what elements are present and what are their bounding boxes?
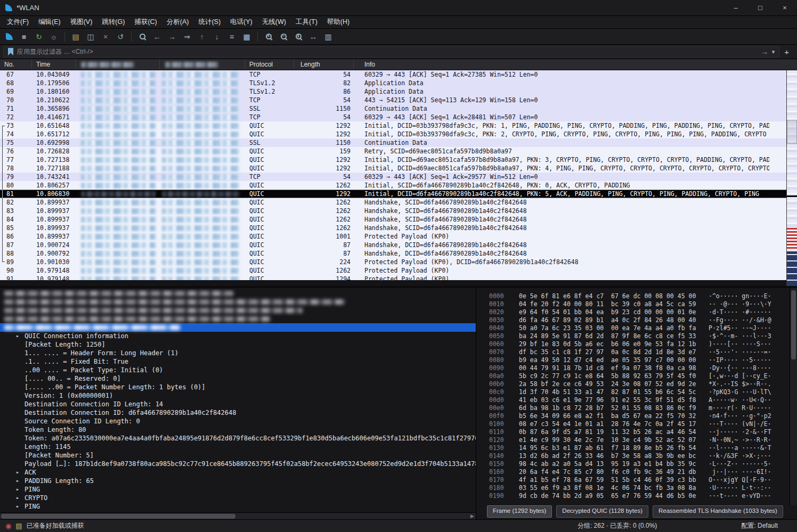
vscrollbar-thumb[interactable] (791, 290, 796, 359)
go-forward-icon[interactable]: → (165, 30, 179, 43)
menu-go[interactable]: 跳转(G) (97, 16, 129, 28)
hex-row[interactable]: 01909d cb de 74 bb 2d a9 05 65 e7 76 59 … (489, 492, 788, 500)
packet-row-82[interactable]: 8210.899937QUIC1262Handshake, SCID=d6fa4… (0, 198, 797, 207)
packet-row-78[interactable]: 7810.727188QUIC1292Initial, DCID=d69aec8… (0, 164, 797, 173)
save-file-icon[interactable]: ◫ (84, 30, 97, 43)
zoom-out-icon[interactable]: − (276, 30, 290, 43)
detail-line[interactable]: [Packet Length: 1250] (0, 340, 476, 349)
reload-file-icon[interactable]: ↺ (113, 30, 127, 43)
close-file-icon[interactable]: × (99, 30, 112, 43)
redacted-detail-line[interactable] (0, 315, 476, 323)
detail-line[interactable]: [Packet Number: 5] (0, 451, 476, 460)
add-filter-button[interactable]: + (779, 47, 794, 56)
menu-analyze[interactable]: 分析(A) (162, 16, 194, 28)
packet-row-67[interactable]: 6710.043049TCP5460329 → 443 [ACK] Seq=1 … (0, 70, 797, 79)
packet-row-79[interactable]: 7910.743241TCP5460329 → 443 [ACK] Seq=1 … (0, 173, 797, 181)
packet-row-87[interactable]: 8710.900724QUIC87Handshake, DCID=d6fa466… (0, 241, 797, 249)
detail-line[interactable]: Source Connection ID Length: 0 (0, 417, 476, 425)
column-header-protocol[interactable]: Protocol (245, 59, 294, 70)
detail-line[interactable]: ▸PING (0, 485, 476, 494)
detail-line[interactable]: ..00 .... = Packet Type: Initial (0) (0, 366, 476, 374)
column-header-destination[interactable] (160, 59, 245, 70)
detail-line[interactable]: Destination Connection ID: d6fa466789028… (0, 408, 476, 417)
go-last-icon[interactable]: ↓ (210, 30, 224, 43)
display-filter-input[interactable]: 应用显示过滤器 … <Ctrl-/> → ▾ (3, 46, 779, 58)
menu-edit[interactable]: 编辑(E) (34, 16, 66, 28)
detail-line[interactable]: Destination Connection ID Length: 14 (0, 400, 476, 408)
hex-row[interactable]: 018003 55 e6 f9 a3 8f 08 1e 4c 06 74 bc … (489, 484, 788, 492)
hex-row[interactable]: 010008 e7 c3 54 e4 1e 01 a1 28 76 4e 7c … (489, 420, 788, 428)
hex-row[interactable]: 0120e1 4e c9 99 30 4e 2c 7e 10 3e c4 9b … (489, 436, 788, 444)
scrollbar-thumb[interactable] (787, 120, 797, 144)
minimize-button[interactable]: – (723, 0, 748, 16)
hex-row[interactable]: 01100b 87 6a 9f d5 a7 81 19 11 32 b5 26 … (489, 428, 788, 436)
column-header-length[interactable]: Length (294, 59, 354, 70)
detail-line[interactable]: Version: 1 (0x00000001) (0, 391, 476, 400)
redacted-detail-line-selected[interactable] (0, 323, 476, 332)
column-header-no[interactable]: No. (0, 59, 32, 70)
detail-line[interactable]: Payload […]: 187b1dc8ef9a0738f80aca985bc… (0, 460, 476, 468)
hex-row[interactable]: 0020e9 64 f0 54 01 bb 04 ea b9 23 cd 00 … (489, 308, 788, 316)
hex-row[interactable]: 0030d6 fa 46 67 89 02 89 b1 a4 0c 2f 84 … (489, 316, 788, 324)
packet-row-84[interactable]: 8410.899937QUIC1262Handshake, SCID=d6fa4… (0, 215, 797, 224)
bytes-scrollbar[interactable] (790, 288, 797, 505)
menu-help[interactable]: 帮助(H) (322, 16, 354, 28)
hex-row[interactable]: 00a05b c9 2c 77 c9 1c e8 64 5b 88 92 63 … (489, 372, 788, 380)
hex-row[interactable]: 009000 44 79 91 18 7b 1d c8 ef 9a 07 38 … (489, 364, 788, 372)
hex-row[interactable]: 0050ba 24 89 5e 91 87 6d 2d 87 9f 8e 6c … (489, 332, 788, 340)
expander-icon[interactable]: ▸ (16, 502, 19, 511)
hex-row[interactable]: 00e06d ba 98 1b c8 72 28 b7 52 01 55 08 … (489, 404, 788, 412)
packet-row-88[interactable]: 8810.900792QUIC87Handshake, DCID=d6fa466… (0, 249, 797, 258)
packet-row-81[interactable]: 8110.806830QUIC1292Initial, DCID=d6fa466… (0, 190, 797, 198)
packet-row-69[interactable]: 6910.180160TLSv1.286Application Data (0, 87, 797, 96)
packet-row-80[interactable]: 8010.806257QUIC1262Initial, SCID=d6fa466… (0, 181, 797, 190)
zoom-reset-icon[interactable]: 1 (291, 30, 305, 43)
expander-icon[interactable]: ▸ (16, 468, 19, 477)
detail-line[interactable]: ▸CRYPTO (0, 494, 476, 502)
detail-line[interactable]: Token: a07a6c2335030000ea7e4aa4a0fbfaba2… (0, 434, 476, 443)
resize-columns-icon[interactable]: ↔ (306, 30, 320, 43)
stop-capture-icon[interactable]: ■ (17, 30, 31, 43)
capture-file-properties-icon[interactable]: ▤ (15, 522, 22, 530)
packet-list-scrollbar[interactable] (786, 70, 797, 286)
menu-view[interactable]: 视图(V) (66, 16, 97, 28)
hex-row[interactable]: 013014 95 6c b3 e1 87 ab 61 f7 18 89 8e … (489, 444, 788, 452)
packet-row-74[interactable]: 7410.651712QUIC1292Initial, DCID=03b3937… (0, 130, 797, 138)
packet-row-75[interactable]: 7510.692998SSL1150Continuation Data (0, 138, 797, 147)
packet-row-85[interactable]: 8510.899937QUIC1262Handshake, SCID=d6fa4… (0, 224, 797, 232)
hex-row[interactable]: 00f0b5 6e 34 09 66 e8 a2 f1 ba d5 67 ea … (489, 412, 788, 420)
packet-row-68[interactable]: 6810.179506TLSv1.282Application Data (0, 79, 797, 87)
start-capture-icon[interactable] (2, 30, 16, 43)
packet-row-90[interactable]: 9010.979148QUIC1262Protected Payload (KP… (0, 266, 797, 275)
column-header-time[interactable]: Time (32, 59, 76, 70)
redacted-detail-line[interactable] (0, 298, 476, 306)
hex-row[interactable]: 006029 bf 1e 83 0d 5b a6 ec b6 06 e0 9e … (489, 340, 788, 348)
capture-options-icon[interactable]: ☼ (47, 30, 61, 43)
apply-filter-icon[interactable]: → (761, 48, 768, 56)
hex-row[interactable]: 0080b9 ea 49 50 12 d7 c4 ed ae 05 35 97 … (489, 356, 788, 364)
details-horizontal-scrollbar[interactable]: ▶ (0, 512, 476, 519)
hex-row[interactable]: 01704f a1 b5 ef 78 6a 67 59 51 5b c4 46 … (489, 476, 788, 484)
open-file-icon[interactable]: ▤ (69, 30, 83, 43)
bookmark-icon[interactable] (8, 48, 13, 55)
detail-line[interactable]: ▸PADDING Length: 65 (0, 477, 476, 485)
hex-row[interactable]: 00d041 eb 03 c6 e1 9e 77 96 91 e2 55 3c … (489, 396, 788, 404)
columns-layout-icon[interactable]: ▥ (321, 30, 335, 43)
tab-frame[interactable]: Frame (1292 bytes) (487, 505, 552, 518)
hex-row[interactable]: 00000e 5e 6f 81 e6 8f e4 c7 67 6e dc 00 … (489, 292, 788, 300)
detail-line[interactable]: 1... .... = Header Form: Long Header (1) (0, 349, 476, 357)
hscrollbar-arrow-icon[interactable]: ▶ (470, 513, 474, 519)
column-header-info[interactable]: Info (354, 59, 797, 70)
hscrollbar-thumb[interactable] (1, 514, 235, 519)
hex-row[interactable]: 016020 6a f4 e4 7c 85 c7 80 f6 c0 fb 9c … (489, 468, 788, 476)
detail-line[interactable]: [.... ..00 = Packet Number Length: 1 byt… (0, 383, 476, 391)
menu-capture[interactable]: 捕获(C) (129, 16, 161, 28)
hex-row[interactable]: 00c01d 3f 70 4b 51 33 a1 47 82 87 01 55 … (489, 388, 788, 396)
detail-line[interactable]: Token Length: 80 (0, 425, 476, 434)
go-back-icon[interactable]: ← (150, 30, 164, 43)
hex-row[interactable]: 0070df bc 35 c1 c8 1f 27 97 0a 0c 8d 2d … (489, 348, 788, 356)
packet-row-77[interactable]: 7710.727138QUIC1292Initial, DCID=d69aec8… (0, 155, 797, 164)
detail-line[interactable]: Length: 1145 (0, 443, 476, 451)
hex-row[interactable]: 015098 4c ab a2 a0 5a d4 13 95 19 a3 e1 … (489, 460, 788, 468)
maximize-button[interactable]: □ (748, 0, 772, 16)
